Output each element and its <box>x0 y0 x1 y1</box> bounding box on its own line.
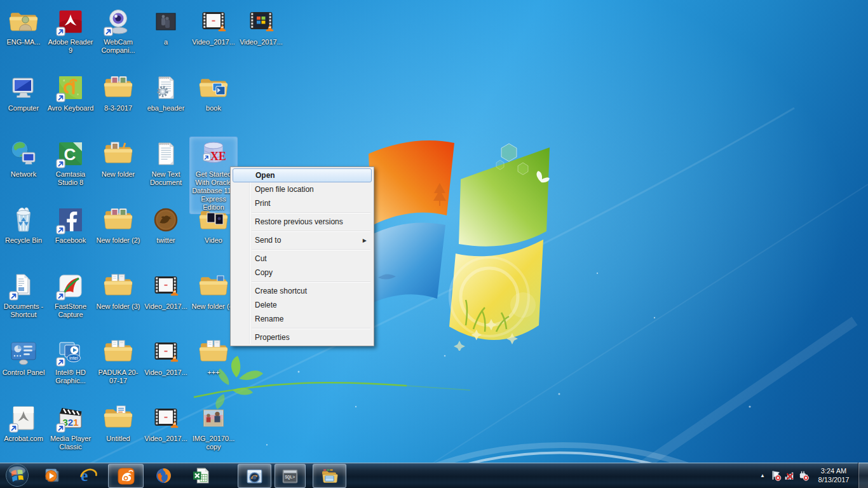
context-menu-item-open[interactable]: Open <box>233 168 372 182</box>
desktop-icon-new-folder-3[interactable]: New folder (3) <box>95 269 142 313</box>
photo-a-icon <box>151 6 181 37</box>
video-2017-b-icon <box>246 6 276 37</box>
icon-label: eba_header <box>142 104 189 112</box>
img-20170-copy-icon <box>198 403 229 433</box>
context-menu-separator <box>252 231 370 231</box>
taskbar-clock[interactable]: 3:24 AM 8/13/2017 <box>813 466 854 484</box>
context-menu-item-properties[interactable]: Properties <box>232 330 372 344</box>
desktop-icon-faststone-capture[interactable]: FastStone Capture <box>47 269 94 321</box>
taskbar-button-firefox[interactable] <box>151 464 175 487</box>
context-menu-item-copy[interactable]: Copy <box>232 266 372 280</box>
context-menu-separator <box>252 328 370 329</box>
video-2017-e-icon <box>151 403 181 433</box>
untitled-folder-icon <box>103 403 133 433</box>
taskbar: eSQL> ▲ <box>0 463 868 488</box>
windows-start-icon <box>5 463 29 487</box>
firefox-icon <box>154 466 173 485</box>
context-menu-item-restore-previous-versions[interactable]: Restore previous versions <box>232 215 372 229</box>
shortcut-arrow-icon <box>57 27 65 36</box>
desktop-icon-intel-hd-graphics[interactable]: intelIntel® HD Graphic... <box>47 336 94 387</box>
context-menu-item-send-to[interactable]: Send to▶ <box>232 233 372 247</box>
desktop-icon-video-2017-d[interactable]: Video_2017... <box>142 336 189 379</box>
desktop-icon-video-2017-e[interactable]: Video_2017... <box>142 402 189 445</box>
desktop-icon-computer[interactable]: Computer <box>0 71 47 114</box>
desktop-icon-video-2017-b[interactable]: Video_2017... <box>238 5 285 48</box>
desktop-icon-documents-shortcut[interactable]: Documents - Shortcut <box>0 269 47 321</box>
icon-label: Adobe Reader 9 <box>47 38 94 55</box>
desktop-icon-img-20170-copy[interactable]: IMG_20170... copy <box>190 402 237 453</box>
internet-explorer-icon: e <box>79 466 98 485</box>
desktop-icon-eng-ma-folder[interactable]: ENG-MA... <box>0 5 47 48</box>
desktop-icon-photo-a[interactable]: a <box>142 5 189 48</box>
icon-label: Video_2017... <box>142 435 189 443</box>
power-status-icon[interactable] <box>797 463 811 488</box>
context-menu-item-create-shortcut[interactable]: Create shortcut <box>232 284 372 298</box>
show-hidden-icons-button[interactable]: ▲ <box>756 473 769 478</box>
desktop-icon-new-folder-2[interactable]: New folder (2) <box>95 203 142 247</box>
icon-label: Recycle Bin <box>0 236 47 245</box>
desktop-icon-book-folder[interactable]: book <box>190 71 237 114</box>
system-tray: ▲ <box>756 463 868 488</box>
desktop-icon-control-panel[interactable]: Control Panel <box>0 336 47 379</box>
desktop-icon-camtasia-studio-8[interactable]: CCamtasia Studio 8 <box>47 137 94 189</box>
photo-viewer-icon <box>245 467 264 485</box>
desktop-icon-new-folder[interactable]: New folder <box>95 137 142 180</box>
clock-time: 3:24 AM <box>813 466 854 475</box>
taskbar-button-excel[interactable] <box>188 464 212 487</box>
icon-label: New folder <box>95 170 142 179</box>
network-status-icon[interactable] <box>783 463 797 488</box>
taskbar-button-internet-explorer[interactable]: e <box>76 464 100 487</box>
start-button[interactable] <box>5 463 29 487</box>
network-icon <box>8 139 39 169</box>
taskbar-button-sqlplus[interactable]: SQL> <box>275 464 306 488</box>
context-menu-item-open-file-location[interactable]: Open file location <box>232 182 372 196</box>
icon-label: Media Player Classic <box>47 435 94 451</box>
desktop-icon-adobe-reader-9[interactable]: Adobe Reader 9 <box>47 5 94 57</box>
icon-label: Computer <box>0 104 47 112</box>
windows-explorer-icon <box>320 467 339 485</box>
desktop-icon-untitled-folder[interactable]: Untitled <box>95 402 142 445</box>
taskbar-button-photo-viewer[interactable] <box>238 464 271 488</box>
recycle-bin-icon <box>8 205 39 235</box>
desktop-icon-avro-keyboard[interactable]: Avro Keyboard <box>47 71 94 114</box>
desktop-icon-network[interactable]: Network <box>0 137 47 180</box>
show-desktop-button[interactable] <box>858 463 868 488</box>
context-menu-item-cut[interactable]: Cut <box>232 252 372 266</box>
icon-label: Acrobat.com <box>0 435 47 443</box>
taskbar-button-windows-media-player[interactable] <box>39 464 64 487</box>
video-2017-a-icon <box>198 6 229 37</box>
icon-label: Documents - Shortcut <box>0 302 47 319</box>
svg-text:SQL>: SQL> <box>285 475 295 480</box>
desktop-icon-recycle-bin[interactable]: Recycle Bin <box>0 203 47 247</box>
taskbar-button-uc-browser[interactable] <box>108 464 144 488</box>
context-menu: OpenOpen file locationPrintRestore previ… <box>230 166 374 346</box>
desktop-icon-new-text-document[interactable]: New Text Document <box>142 137 189 189</box>
eba-header-icon <box>151 72 181 103</box>
taskbar-button-windows-explorer[interactable] <box>313 464 346 488</box>
icon-label: +++ <box>190 369 237 377</box>
icon-label: Avro Keyboard <box>47 104 94 112</box>
context-menu-separator <box>252 249 370 250</box>
desktop-icon-paduka-20-07-17[interactable]: PADUKA 20-07-17 <box>95 336 142 387</box>
desktop-icon-folder-8-3-2017[interactable]: 8-3-2017 <box>95 71 142 114</box>
submenu-arrow-icon: ▶ <box>363 238 367 243</box>
shortcut-arrow-icon <box>57 159 65 168</box>
context-menu-item-rename[interactable]: Rename <box>232 312 372 326</box>
icon-label: FastStone Capture <box>47 302 94 319</box>
desktop-icon-acrobat-com[interactable]: Acrobat.com <box>0 402 47 445</box>
action-center-icon[interactable] <box>769 463 783 488</box>
desktop-icon-twitter[interactable]: twitter <box>142 203 189 247</box>
shortcut-arrow-icon <box>57 226 65 234</box>
book-folder-icon <box>198 72 229 103</box>
desktop-icon-eba-header[interactable]: eba_header <box>142 71 189 114</box>
desktop-icon-media-player-classic[interactable]: 321Media Player Classic <box>47 402 94 453</box>
desktop-icon-video-2017-c[interactable]: Video_2017... <box>142 269 189 313</box>
uc-browser-icon <box>117 467 135 485</box>
context-menu-item-delete[interactable]: Delete <box>232 298 372 312</box>
desktop-icon-webcam-companion[interactable]: WebCam Compani... <box>95 5 142 57</box>
icon-label: twitter <box>142 236 189 245</box>
desktop-icon-facebook[interactable]: Facebook <box>47 203 94 247</box>
desktop-icon-video-2017-a[interactable]: Video_2017... <box>190 5 237 48</box>
sqlplus-icon: SQL> <box>281 467 299 485</box>
context-menu-item-print[interactable]: Print <box>232 196 372 210</box>
